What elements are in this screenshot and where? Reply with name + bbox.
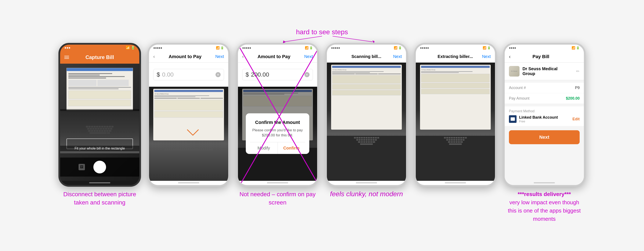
bank-icon — [509, 115, 516, 123]
status-bar-6: ●●●● 📶 🔋 — [505, 45, 584, 51]
amount-input-row-2: $ 0.00 ✕ — [153, 69, 224, 80]
pay-bill-content: Dr Seuss Dr Seuss Medical Group ✏ Accoun… — [505, 63, 584, 181]
pay-amount-value: $200.00 — [566, 96, 580, 101]
next-button-3[interactable]: Next — [304, 54, 313, 59]
merchant-name: Dr Seuss Medical Group — [522, 66, 558, 76]
laptop-screen-2: Dr Seuss Medical Group — [153, 89, 224, 141]
home-indicator-3 — [238, 181, 317, 185]
clear-button-3[interactable]: ✕ — [304, 72, 310, 77]
home-indicator-4 — [327, 181, 406, 185]
screen4-content: Dr Seuss Medical Group — [327, 63, 406, 181]
keyboard-2 — [149, 148, 228, 181]
screen2-header: ‹ Amount to Pay Next — [149, 51, 228, 63]
svg-line-2 — [332, 36, 373, 42]
account-label: Account # — [509, 86, 526, 90]
screen6-wrapper: ●●●● 📶 🔋 ‹ Pay Bill Dr Seuss — [503, 43, 586, 223]
screen4-header: Scanning bill... Next — [327, 51, 406, 63]
confirm-button[interactable]: Confirm — [278, 142, 305, 154]
back-button-2[interactable]: ‹ — [153, 54, 155, 59]
top-annotation-area: hard to see steps — [26, 28, 618, 43]
next-pay-button[interactable]: Next — [509, 130, 580, 144]
keyboard-5 — [416, 136, 495, 181]
camera-bottom-bar: 🖼 — [60, 158, 139, 177]
screen4-next[interactable]: Next — [393, 54, 402, 59]
battery-icons-1: 📶 🔋 — [126, 46, 135, 50]
screen4-title: Scanning bill... — [352, 54, 381, 59]
bank-icon-inner — [511, 117, 515, 121]
amount-section-2: $ 0.00 ✕ — [149, 63, 228, 87]
home-indicator-1 — [60, 181, 139, 185]
next-button-2[interactable]: Next — [215, 54, 224, 59]
back-button-6[interactable]: ‹ — [509, 54, 511, 60]
camera-view: Fit your whole bill in the rectangle 🖼 — [60, 64, 139, 181]
screen6-title: Pay Bill — [532, 54, 549, 59]
signal-4: ●●●●● — [331, 46, 340, 49]
battery-6: 📶 🔋 — [572, 46, 580, 49]
home-indicator-6 — [505, 181, 584, 185]
laptop-screen-4: Dr Seuss Medical Group — [331, 65, 402, 130]
screen1-title: Capture Bill — [86, 54, 114, 60]
screen6-annotation: ***results delivery*** very low impact e… — [508, 190, 581, 223]
home-indicator-2 — [149, 181, 228, 185]
clear-button-2[interactable]: ✕ — [216, 72, 220, 77]
edit-bank-link[interactable]: Edit — [572, 117, 580, 121]
amount-value-2[interactable]: 0.00 — [162, 71, 214, 78]
status-bar-2: ●●●●● 📶 🔋 — [149, 45, 228, 51]
screen5-content: Dr Seuss Medical Group — [416, 63, 495, 181]
signal-2: ●●●●● — [153, 46, 162, 49]
pay-bill-fields: Account # P9 Pay Amount $200.00 — [505, 83, 584, 104]
edit-merchant-icon[interactable]: ✏ — [576, 69, 580, 74]
screen2-phone: ●●●●● 📶 🔋 ‹ Amount to Pay Next $ 0.00 ✕ — [147, 43, 230, 187]
home-indicator-5 — [416, 181, 495, 185]
confirm-modal: Confirm the Amount Please confirm you'd … — [246, 113, 309, 154]
bank-info: Linked Bank Account Free — [519, 115, 570, 123]
pay-bill-header: ‹ Pay Bill — [505, 51, 584, 63]
screen4-wrapper: ●●●●● 📶 🔋 Scanning bill... Next Dr Seuss… — [325, 43, 408, 198]
screen3-title: Amount to Pay — [258, 54, 290, 59]
screen6-phone: ●●●● 📶 🔋 ‹ Pay Bill Dr Seuss — [503, 43, 586, 187]
screen3-header: ‹ Amount to Pay Next — [238, 51, 317, 63]
svg-line-0 — [284, 36, 322, 42]
battery-2: 📶 🔋 — [216, 46, 224, 49]
screen3-content: Confirm the Amount Please confirm you'd … — [238, 87, 317, 181]
gallery-icon[interactable]: 🖼 — [78, 164, 85, 170]
account-value: P9 — [575, 86, 580, 90]
amount-section-3: $ 200.00 ✕ — [238, 63, 317, 87]
fit-text: Fit your whole bill in the rectangle — [60, 146, 139, 151]
dollar-sign-3: $ — [246, 71, 249, 78]
payment-method-label: Payment Method — [509, 109, 580, 113]
results-bold-text: ***results delivery*** — [518, 191, 571, 197]
screen3-annotation: Not needed – confirm on pay screen — [240, 190, 316, 207]
dollar-sign-2: $ — [157, 71, 160, 78]
signal-6: ●●●● — [509, 46, 516, 49]
battery-3: 📶 🔋 — [305, 46, 313, 49]
battery-5: 📶 🔋 — [483, 46, 491, 49]
signal-5: ●●●●● — [420, 46, 429, 49]
amount-value-3[interactable]: 200.00 — [251, 71, 302, 78]
screen2-wrapper: ●●●●● 📶 🔋 ‹ Amount to Pay Next $ 0.00 ✕ — [147, 43, 230, 187]
screen5-next[interactable]: Next — [482, 54, 491, 59]
bank-sub: Free — [519, 120, 570, 123]
annotation-arrows — [26, 28, 618, 43]
status-bar-1: ●●● 📶 🔋 — [60, 45, 139, 51]
pay-amount-label: Pay Amount — [509, 96, 530, 101]
capture-bill-header: Capture Bill — [60, 51, 139, 64]
status-bar-4: ●●●●● 📶 🔋 — [327, 45, 406, 51]
screen2-title: Amount to Pay — [168, 54, 201, 59]
payment-method-section: Payment Method Linked Bank Account Free … — [505, 106, 584, 126]
hamburger-menu[interactable] — [64, 56, 69, 59]
modal-buttons: Modify Confirm — [250, 142, 305, 154]
doc-preview — [66, 68, 133, 110]
laptop-screen-5: Dr Seuss Medical Group — [420, 65, 491, 130]
modify-button[interactable]: Modify — [250, 142, 278, 154]
modal-title: Confirm the Amount — [250, 120, 305, 125]
confirm-modal-overlay: Confirm the Amount Please confirm you'd … — [238, 87, 317, 181]
screen1-phone: ●●● 📶 🔋 Capture Bill — [58, 43, 141, 187]
shutter-button[interactable] — [93, 161, 106, 173]
back-button-3[interactable]: ‹ — [242, 54, 244, 59]
signal-3: ●●●●● — [242, 46, 251, 49]
screen5-phone: ●●●●● 📶 🔋 Extracting biller... Next Dr S… — [414, 43, 497, 187]
phones-row: ●●● 📶 🔋 Capture Bill — [58, 43, 586, 223]
screen1-wrapper: ●●● 📶 🔋 Capture Bill — [58, 43, 141, 207]
modal-body: Please confirm you'd like to pay $200.00… — [250, 128, 305, 138]
